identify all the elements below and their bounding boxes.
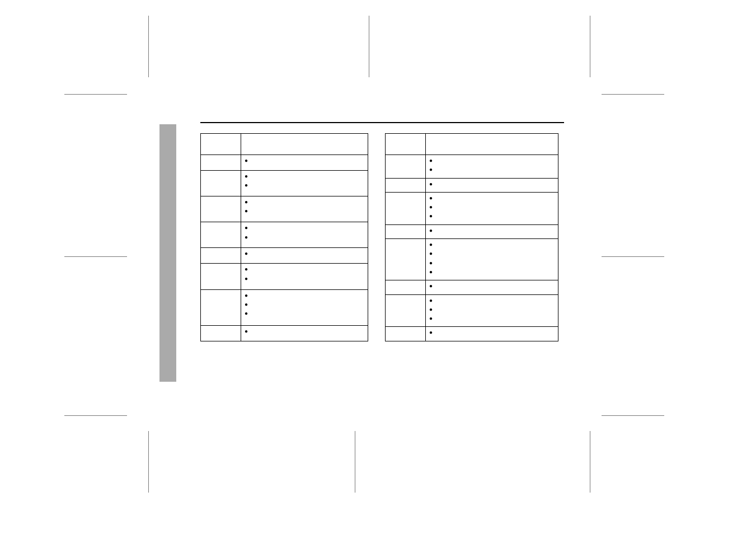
bullet-icon: ● xyxy=(245,301,248,308)
table-cell-content: ● xyxy=(241,248,368,264)
bullet-icon: ● xyxy=(245,182,248,189)
bullet-icon: ● xyxy=(429,283,433,289)
bullet-icon: ● xyxy=(429,260,433,266)
table-cell-content: ● xyxy=(426,224,558,238)
bullet-text xyxy=(251,234,253,242)
table-right: ● ● ● ● ● ● ● ● ● ● ● ● ● ● ● ● xyxy=(385,133,558,341)
bullet-icon: ● xyxy=(245,275,248,282)
crop-mark xyxy=(590,431,590,493)
bullet-icon: ● xyxy=(429,306,433,313)
crop-mark xyxy=(64,94,127,95)
bullet-text xyxy=(436,166,438,174)
table-cell-label xyxy=(201,248,241,264)
crop-mark xyxy=(148,431,149,493)
bullet-icon: ● xyxy=(245,234,248,241)
bullet-icon: ● xyxy=(429,157,433,164)
bullet-icon: ● xyxy=(245,310,248,317)
crop-mark xyxy=(590,16,590,77)
table-cell-content: ● xyxy=(426,327,558,341)
bullet-text xyxy=(251,199,253,207)
bullet-text xyxy=(251,266,253,274)
table-cell-label xyxy=(386,224,426,238)
table-cell-content: ● xyxy=(241,155,368,171)
bullet-text xyxy=(436,241,438,249)
bullet-text xyxy=(436,283,438,291)
table-cell-label xyxy=(201,155,241,171)
bullet-icon: ● xyxy=(245,208,248,214)
table-cell-label xyxy=(386,239,426,280)
table-cell-label xyxy=(386,134,426,155)
table-cell-content xyxy=(426,134,558,155)
bullet-text xyxy=(436,297,438,305)
table-cell-label xyxy=(201,171,241,196)
bullet-icon: ● xyxy=(245,199,248,205)
bullet-text xyxy=(436,213,438,221)
bullet-icon: ● xyxy=(429,181,433,188)
crop-mark xyxy=(602,415,664,416)
table-cell-label xyxy=(386,155,426,179)
bullet-icon: ● xyxy=(245,224,248,231)
table-cell-content xyxy=(241,134,368,155)
bullet-icon: ● xyxy=(245,250,248,257)
table-cell-label xyxy=(201,196,241,222)
bullet-icon: ● xyxy=(429,166,433,173)
bullet-text xyxy=(251,250,253,258)
table-cell-content: ● ● xyxy=(241,222,368,248)
crop-mark xyxy=(148,16,149,77)
crop-mark xyxy=(602,94,664,95)
table-cell-label xyxy=(386,327,426,341)
bullet-icon: ● xyxy=(429,241,433,248)
bullet-icon: ● xyxy=(429,269,433,275)
table-cell-label xyxy=(201,134,241,155)
table-cell-content: ● ● ● ● xyxy=(426,239,558,280)
bullet-text xyxy=(436,269,438,277)
bullet-text xyxy=(436,329,438,337)
table-cell-content: ● ● xyxy=(241,264,368,289)
bullet-text xyxy=(251,224,253,232)
bullet-icon: ● xyxy=(429,227,433,234)
bullet-text xyxy=(251,328,253,336)
bullet-icon: ● xyxy=(429,204,433,210)
bullet-icon: ● xyxy=(245,173,248,180)
table-cell-label xyxy=(386,294,426,327)
table-cell-content: ● ● ● xyxy=(426,294,558,327)
tables-container: ● ● ● ● ● ● ● ● ● ● ● ● ● ● ● ● ● ● ● ● … xyxy=(200,133,558,341)
table-cell-label xyxy=(201,289,241,325)
bullet-text xyxy=(436,181,438,189)
table-cell-content: ● xyxy=(426,280,558,294)
bullet-icon: ● xyxy=(429,213,433,219)
bullet-text xyxy=(251,208,253,216)
table-cell-label xyxy=(201,222,241,248)
table-cell-content: ● ● ● xyxy=(241,289,368,325)
table-cell-content: ● ● xyxy=(241,196,368,222)
bullet-text xyxy=(436,204,438,212)
bullet-text xyxy=(251,173,253,181)
table-cell-label xyxy=(386,178,426,192)
crop-mark xyxy=(64,256,127,257)
bullet-icon: ● xyxy=(429,195,433,202)
table-cell-content: ● ● xyxy=(241,171,368,196)
bullet-text xyxy=(251,301,253,309)
bullet-text xyxy=(436,250,438,258)
bullet-icon: ● xyxy=(245,328,248,335)
table-cell-label xyxy=(201,264,241,289)
table-cell-label xyxy=(386,280,426,294)
table-cell-label xyxy=(386,192,426,224)
table-cell-content: ● xyxy=(426,178,558,192)
table-cell-content: ● xyxy=(241,325,368,341)
bullet-icon: ● xyxy=(429,315,433,322)
table-cell-content: ● ● ● xyxy=(426,192,558,224)
table-cell-label xyxy=(201,325,241,341)
bullet-text xyxy=(436,227,438,235)
bullet-text xyxy=(436,260,438,268)
crop-mark xyxy=(369,16,369,77)
bullet-icon: ● xyxy=(245,292,248,299)
bullet-text xyxy=(251,182,253,190)
crop-mark xyxy=(355,431,355,493)
bullet-text xyxy=(436,157,438,165)
bullet-text xyxy=(251,310,253,318)
bullet-text xyxy=(436,306,438,314)
crop-mark xyxy=(64,415,127,416)
section-rule xyxy=(200,122,564,123)
bullet-text xyxy=(251,292,253,300)
